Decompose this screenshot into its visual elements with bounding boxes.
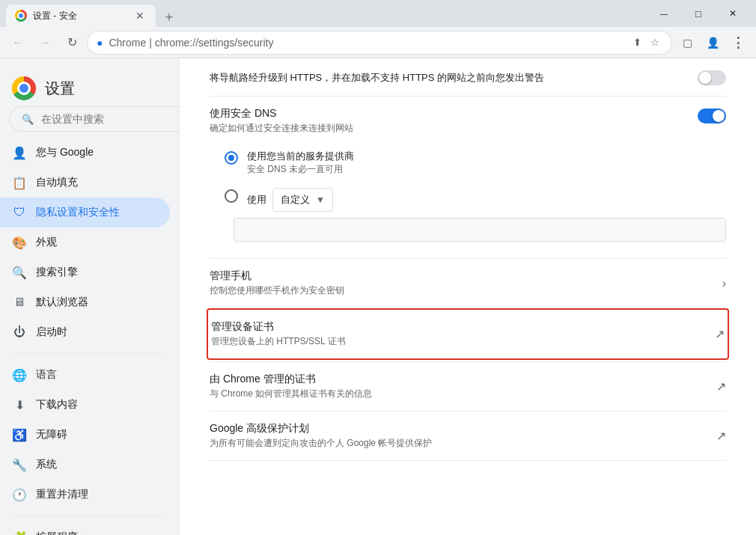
top-partial: 将导航路经升级到 HTTPS，并在加载不支持 HTTPS 的网站之前向您发出警告: [210, 58, 726, 97]
sidebar-item-default-browser[interactable]: 🖥 默认浏览器: [0, 287, 170, 317]
sidebar-label-appearance: 外观: [36, 236, 57, 249]
search-engine-icon: 🔍: [12, 265, 27, 280]
downloads-icon: ⬇: [12, 397, 27, 412]
sidebar: 设置 🔍 👤 您与 Google 📋 自动填充 🛡 隐私设置和安全性 🎨 外观 …: [0, 58, 180, 535]
sidebar-search-box[interactable]: 🔍: [9, 106, 180, 132]
refresh-button[interactable]: ↻: [60, 31, 84, 55]
language-icon: 🌐: [12, 367, 27, 382]
you-google-icon: 👤: [12, 145, 27, 160]
autofill-icon: 📋: [12, 175, 27, 190]
radio-custom-label: 使用: [247, 193, 266, 207]
sidebar-item-reset[interactable]: 🕐 重置并清理: [0, 480, 170, 510]
sidebar-item-search[interactable]: 🔍 搜索引擎: [0, 257, 170, 287]
google-protection-desc: 为所有可能会遭到定向攻击的个人 Google 帐号提供保护: [210, 437, 432, 450]
main-layout: 设置 🔍 👤 您与 Google 📋 自动填充 🛡 隐私设置和安全性 🎨 外观 …: [0, 58, 756, 535]
sidebar-item-appearance[interactable]: 🎨 外观: [0, 227, 170, 257]
sidebar-item-extensions[interactable]: 🧩 扩展程序 ↗: [0, 522, 170, 535]
secure-dns-title: 使用安全 DNS: [210, 107, 353, 120]
top-warning-text: 将导航路经升级到 HTTPS，并在加载不支持 HTTPS 的网站之前向您发出警告: [210, 71, 544, 85]
external-link-icon[interactable]: ↗: [715, 327, 725, 341]
secure-dns-toggle[interactable]: [698, 108, 726, 123]
chrome-certs-desc: 与 Chrome 如何管理其根证书有关的信息: [210, 388, 372, 400]
extensions-icon: 🧩: [12, 530, 27, 535]
secure-dns-section: 使用安全 DNS 确定如何通过安全连接来连接到网站 使用您当前的服务提供商 安全…: [210, 97, 726, 259]
profile-button[interactable]: 👤: [701, 31, 725, 55]
sidebar-label-you-google: 您与 Google: [36, 146, 94, 159]
address-text: Chrome | chrome://settings/security: [109, 37, 624, 49]
chrome-certs-section[interactable]: 由 Chrome 管理的证书 与 Chrome 如何管理其根证书有关的信息 ↗: [210, 361, 726, 412]
manage-device-certs-section[interactable]: 管理设备证书 管理您设备上的 HTTPS/SSL 证书 ↗: [207, 308, 729, 360]
sidebar-item-language[interactable]: 🌐 语言: [0, 360, 170, 390]
active-tab[interactable]: 设置 - 安全 ✕: [6, 4, 156, 27]
tab-close-button[interactable]: ✕: [133, 9, 147, 22]
address-bar-icons: ⬆ ☆: [630, 35, 662, 50]
secure-dns-desc: 确定如何通过安全连接来连接到网站: [210, 122, 353, 135]
secure-dns-info: 使用安全 DNS 确定如何通过安全连接来连接到网站: [210, 107, 353, 135]
share-icon[interactable]: ⬆: [630, 35, 644, 50]
minimize-button[interactable]: [647, 2, 681, 25]
custom-dns-input[interactable]: [234, 218, 726, 242]
menu-button[interactable]: ⋮: [726, 31, 750, 55]
sidebar-search-input[interactable]: [41, 113, 180, 125]
radio-custom: 使用 自定义 ▼: [225, 182, 726, 218]
sidebar-label-startup: 启动时: [36, 325, 67, 339]
bookmark-icon[interactable]: ☆: [647, 35, 662, 50]
new-tab-button[interactable]: ＋: [159, 6, 180, 27]
minimize-icon: [660, 9, 668, 18]
external-link-icon-2[interactable]: ↗: [716, 379, 726, 394]
radio-dot-empty[interactable]: [225, 189, 238, 203]
sidebar-label-accessibility: 无障碍: [36, 428, 67, 441]
forward-button[interactable]: →: [33, 31, 57, 55]
custom-dns-dropdown[interactable]: 自定义 ▼: [272, 188, 333, 212]
settings-logo: 设置: [0, 64, 179, 106]
split-view-button[interactable]: ▢: [675, 31, 699, 55]
sidebar-item-you-google[interactable]: 👤 您与 Google: [0, 138, 170, 168]
maximize-icon: [695, 8, 701, 19]
google-protection-title: Google 高级保护计划: [210, 422, 432, 435]
dropdown-value: 自定义: [281, 193, 310, 207]
back-button[interactable]: ←: [6, 31, 30, 55]
content-inner: 将导航路经升级到 HTTPS，并在加载不支持 HTTPS 的网站之前向您发出警告…: [180, 58, 756, 491]
chrome-logo-icon: [12, 76, 36, 100]
toggle-thumb: [713, 110, 725, 122]
sidebar-label-downloads: 下载内容: [36, 398, 78, 412]
sidebar-label-search: 搜索引擎: [36, 266, 78, 279]
https-warning-toggle[interactable]: [698, 70, 726, 85]
close-button[interactable]: [716, 2, 750, 25]
radio-dot-filled[interactable]: [225, 151, 238, 165]
manage-device-certs-desc: 管理您设备上的 HTTPS/SSL 证书: [211, 335, 346, 348]
sidebar-label-language: 语言: [36, 368, 57, 382]
sidebar-item-autofill[interactable]: 📋 自动填充: [0, 168, 170, 198]
titlebar: 设置 - 安全 ✕ ＋: [0, 0, 756, 27]
maximize-button[interactable]: [681, 2, 716, 25]
browser-toolbar: ← → ↻ ● Chrome | chrome://settings/secur…: [0, 27, 756, 58]
address-bar[interactable]: ● Chrome | chrome://settings/security ⬆ …: [87, 31, 672, 55]
google-protection-section[interactable]: Google 高级保护计划 为所有可能会遭到定向攻击的个人 Google 帐号提…: [210, 412, 726, 461]
close-icon: [729, 8, 737, 19]
external-link-icon-3[interactable]: ↗: [716, 429, 726, 443]
radio-current-label: 使用您当前的服务提供商: [247, 150, 354, 163]
sidebar-item-system[interactable]: 🔧 系统: [0, 450, 170, 480]
extensions-external-icon: ↗: [81, 532, 88, 535]
radio-current-provider: 使用您当前的服务提供商 安全 DNS 未必一直可用: [225, 144, 726, 182]
secure-dns-header: 使用安全 DNS 确定如何通过安全连接来连接到网站: [210, 107, 726, 135]
sidebar-label-default-browser: 默认浏览器: [36, 296, 88, 309]
dropdown-arrow-icon: ▼: [316, 195, 325, 205]
sidebar-search-container: 🔍: [0, 106, 179, 138]
sidebar-label-reset: 重置并清理: [36, 488, 88, 501]
sidebar-item-accessibility[interactable]: ♿ 无障碍: [0, 420, 170, 450]
toolbar-right: ▢ 👤 ⋮: [675, 31, 750, 55]
manage-phone-desc: 控制您使用哪些手机作为安全密钥: [210, 284, 344, 297]
toggle-thumb: [699, 72, 711, 84]
sidebar-item-downloads[interactable]: ⬇ 下载内容: [0, 390, 170, 420]
manage-device-certs-title: 管理设备证书: [211, 320, 346, 334]
system-icon: 🔧: [12, 457, 27, 472]
sidebar-item-startup[interactable]: ⏻ 启动时: [0, 317, 170, 347]
sidebar-item-privacy[interactable]: 🛡 隐私设置和安全性: [0, 198, 170, 227]
radio-custom-row: 使用 自定义 ▼: [247, 188, 333, 212]
manage-phone-section[interactable]: 管理手机 控制您使用哪些手机作为安全密钥 ›: [210, 259, 726, 308]
radio-current-info: 使用您当前的服务提供商 安全 DNS 未必一直可用: [247, 150, 354, 176]
address-origin: Chrome | chrome://settings/security: [109, 37, 273, 49]
site-info-icon[interactable]: ●: [97, 37, 103, 49]
sidebar-divider: [12, 353, 167, 354]
